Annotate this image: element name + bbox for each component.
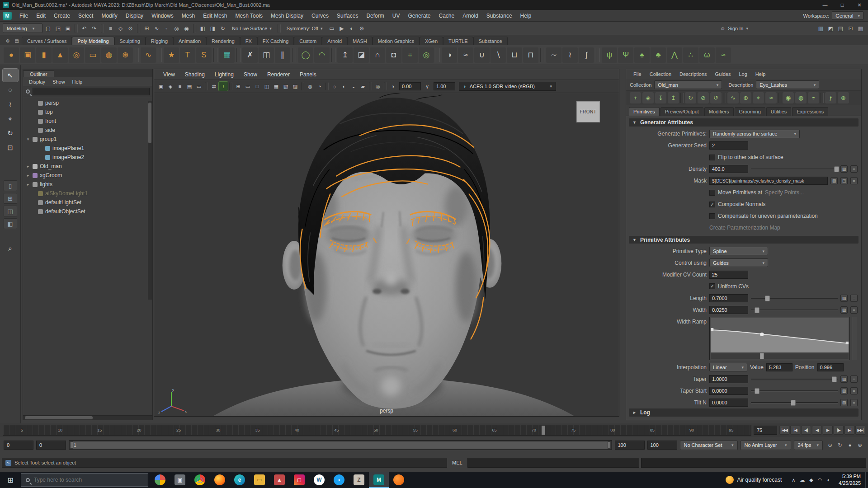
separator[interactable] <box>384 82 387 90</box>
menu-item[interactable]: Mesh Tools <box>231 10 267 21</box>
bridge-icon[interactable]: ∩ <box>370 47 385 63</box>
menu-item[interactable]: Mesh <box>178 10 199 21</box>
shadows-icon[interactable]: ◐ <box>340 82 349 91</box>
snap-center-icon[interactable]: ◎ <box>172 23 181 33</box>
zbrush-icon[interactable]: Z <box>349 472 369 488</box>
shelf-tab[interactable]: TURTLE <box>443 37 473 45</box>
offset-edge-loop-icon[interactable]: ∥ <box>275 47 290 63</box>
viewport-canvas[interactable]: FRONT y x z persp <box>154 93 619 416</box>
viewport-menu-item[interactable]: View <box>159 71 179 78</box>
maya-logo-icon[interactable]: M <box>3 12 12 20</box>
safe-title-icon[interactable]: ▨ <box>291 82 300 91</box>
outliner-panel-tab[interactable]: Outliner <box>23 70 54 77</box>
separator[interactable] <box>821 93 824 103</box>
viewport-menu-item[interactable]: Panels <box>295 71 321 78</box>
save-scene-icon[interactable]: ▣ <box>63 23 73 33</box>
animation-end-field[interactable]: 100 <box>647 441 677 450</box>
close-button[interactable]: ✕ <box>851 0 868 10</box>
shelf-tab[interactable]: Substance <box>473 37 508 45</box>
go-to-end-button[interactable]: ▶▶| <box>855 426 865 435</box>
pinwheel-app-icon[interactable] <box>150 472 170 488</box>
shelf-tab[interactable]: Rigging <box>146 37 173 45</box>
go-to-start-button[interactable]: |◀◀ <box>779 426 789 435</box>
fern-brush-icon[interactable]: Ψ <box>618 47 633 63</box>
mel-label[interactable]: MEL <box>449 458 466 468</box>
default-lighting-icon[interactable]: ☼ <box>330 82 339 91</box>
xgen-tab[interactable]: Expressions <box>792 107 828 116</box>
xgen-mask-brush-icon[interactable]: ◓ <box>808 92 819 103</box>
xgen-menu-item[interactable]: File <box>630 71 645 77</box>
step-forward-key-button[interactable]: |▶ <box>834 426 844 435</box>
scale-tool-icon[interactable]: ⊡ <box>3 141 18 154</box>
ramp-position-field[interactable]: 0.996 <box>817 363 844 371</box>
outliner-menu-item[interactable]: Display <box>26 79 48 84</box>
flow-brush-icon[interactable]: ≈ <box>716 47 731 63</box>
mask-field[interactable]: ${DESC}/paintmaps/eyelashes_density_mask <box>709 177 828 185</box>
outliner-horizontal-scrollbar[interactable] <box>23 415 152 420</box>
no-live-surface-dropdown[interactable]: No Live Surface ▾ <box>228 26 275 31</box>
start-button[interactable]: ⊞ <box>0 472 21 488</box>
create-parameterization-map-button[interactable]: Create Parameterization Map <box>709 225 780 231</box>
separator[interactable] <box>229 82 232 90</box>
xgen-tab[interactable]: Preview/Output <box>660 107 703 116</box>
collection-dropdown[interactable]: Old_man ▾ <box>654 80 722 89</box>
curve-star-icon[interactable]: ★ <box>164 47 179 63</box>
xgen-import-collection-icon[interactable]: ↧ <box>655 92 666 103</box>
outliner-item[interactable]: persp <box>23 99 152 108</box>
firefox-icon[interactable] <box>210 472 230 488</box>
default-material-icon[interactable]: ◍ <box>306 82 315 91</box>
snap-grid-icon[interactable]: ⊞ <box>142 23 151 33</box>
range-start-handle[interactable] <box>70 441 73 449</box>
outliner-item[interactable]: imagePlane1 <box>23 144 152 153</box>
xgen-sculpt-guide-icon[interactable]: ≈ <box>765 92 777 103</box>
separator[interactable] <box>680 93 684 103</box>
fps-dropdown[interactable]: 24 fps ▾ <box>794 441 823 450</box>
waves-brush-icon[interactable]: ω <box>699 47 715 63</box>
poly-cylinder-icon[interactable]: ▮ <box>36 47 52 63</box>
two-pane-layout-icon[interactable]: ◫ <box>4 206 17 216</box>
sign-in-dropdown[interactable]: ☺ Sign In ▾ <box>717 26 752 31</box>
image-plane-thumbnail[interactable]: FRONT <box>576 101 600 122</box>
separator[interactable] <box>135 48 139 62</box>
density-field[interactable]: 400.0 <box>709 165 748 173</box>
create-curve-icon[interactable]: ∼ <box>546 47 561 63</box>
taskbar-search-input[interactable] <box>34 477 143 483</box>
viewport-menu-item[interactable]: Show <box>239 71 262 78</box>
ramp-value-field[interactable]: 5.283 <box>766 363 793 371</box>
resolution-gate-icon[interactable]: □ <box>253 82 262 91</box>
generate-primitives-dropdown[interactable]: Randomly across the surface ▾ <box>709 130 800 138</box>
viewport-menu-item[interactable]: Shading <box>180 71 209 78</box>
specify-points-button[interactable]: Specify Points... <box>765 189 804 196</box>
width-field[interactable]: 0.0250 <box>709 306 748 314</box>
flip-checkbox[interactable] <box>709 155 715 160</box>
outliner-persp-layout-icon[interactable]: ◧ <box>4 218 17 229</box>
clover-brush-icon[interactable]: ♣ <box>651 47 666 63</box>
taper-start-slider[interactable] <box>751 387 838 395</box>
cv-count-field[interactable]: 25 <box>709 271 748 279</box>
outliner-item[interactable]: aiSkyDomeLight1 <box>23 189 152 198</box>
gate-mask-icon[interactable]: ◫ <box>262 82 271 91</box>
anim-layer-dropdown[interactable]: No Anim Layer ▾ <box>741 441 791 450</box>
shelf-tab[interactable]: MASH <box>347 37 373 45</box>
range-slider[interactable]: 1 <box>69 440 612 450</box>
grass-brush-icon[interactable]: ψ <box>602 47 617 63</box>
tilt-slider[interactable] <box>751 399 838 407</box>
gamma-field[interactable]: 1.00 <box>434 82 455 90</box>
outliner-search-input[interactable] <box>33 88 150 95</box>
menu-item[interactable]: Substance <box>482 10 516 21</box>
maya-icon[interactable]: M <box>369 472 389 488</box>
render-frame-icon[interactable]: ▶ <box>337 23 346 33</box>
xgen-add-guide-icon[interactable]: ⊕ <box>740 92 751 103</box>
length-slider[interactable] <box>751 294 838 302</box>
show-desktop-button[interactable] <box>865 472 868 488</box>
expand-arrow-icon[interactable]: ▸ <box>26 182 30 187</box>
volume-icon[interactable]: ◖ <box>826 477 830 483</box>
separator[interactable] <box>436 48 440 62</box>
network-icon[interactable]: ◠ <box>818 477 822 483</box>
workspace-controls-icon[interactable]: ▥ <box>816 23 826 33</box>
expression-button[interactable]: = <box>850 387 858 394</box>
xgen-menu-item[interactable]: Guides <box>712 71 735 77</box>
paint-map-button[interactable]: ▨ <box>830 177 838 184</box>
menu-item[interactable]: Create <box>50 10 74 21</box>
current-frame-field[interactable]: 75 <box>754 426 777 435</box>
